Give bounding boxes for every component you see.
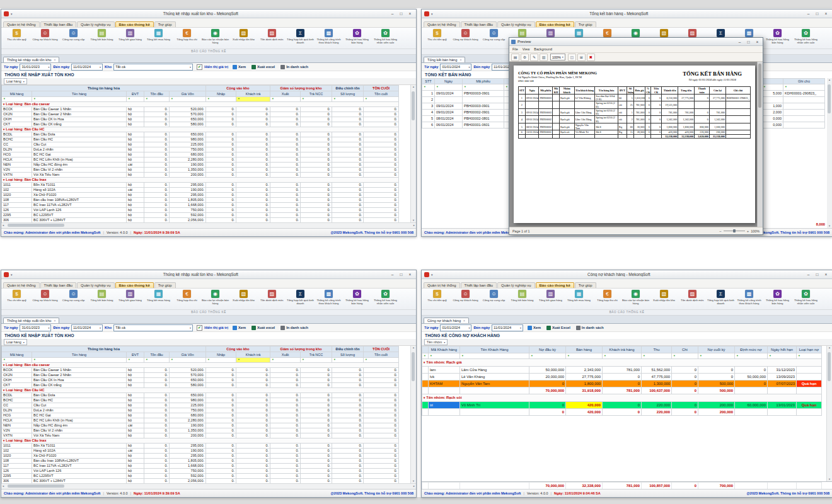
column-header[interactable]: Thành tiền [662, 87, 678, 94]
scroll-up-icon[interactable]: ▲ [828, 79, 831, 81]
column-header[interactable]: Trả NCC [301, 91, 332, 97]
column-filter[interactable]: ▼ [529, 353, 566, 359]
zoom-slider-knob[interactable] [733, 229, 736, 232]
toolbar-button[interactable]: ☺Công nợ khách hàng [31, 28, 59, 46]
column-filter[interactable]: ▼ [144, 97, 170, 102]
toolbar-button[interactable]: ☺Công nợ cung cấp [480, 289, 508, 307]
column-header[interactable]: Tên Khách Hàng [460, 346, 529, 353]
show-value-checkbox[interactable]: ✔ [197, 64, 202, 70]
menu-tab-5[interactable]: Trợ giúp [154, 282, 176, 288]
scrollbar-thumb[interactable] [828, 352, 831, 381]
expander-icon[interactable]: ▾ [424, 361, 425, 364]
column-header[interactable]: Loại hạn nợ [797, 346, 822, 353]
horizontal-scrollbar[interactable]: ◄► [1, 483, 416, 489]
column-header[interactable]: Ghi chú [783, 79, 825, 84]
view-button[interactable]: Xem [231, 326, 247, 330]
maximize-button[interactable]: □ [814, 10, 821, 17]
table-row[interactable]: NĐNNắp Cầu HC đóng êmcái0.190,000.0.0.0.… [2, 423, 399, 428]
column-header[interactable] [762, 79, 783, 84]
menu-tab-5[interactable]: Trợ giúp [575, 282, 596, 288]
column-header[interactable]: Nhập [206, 352, 236, 358]
toolbar-button[interactable]: ▨Tồn dưới định mức [678, 289, 707, 307]
column-header[interactable]: ĐVT [618, 87, 627, 94]
scroll-down-icon[interactable]: ▼ [412, 480, 415, 483]
column-filter[interactable]: ▼ [270, 358, 301, 363]
toolbar-button[interactable]: $Thu chi tiền quỹ [423, 28, 451, 46]
column-filter[interactable]: ▼ [797, 353, 822, 359]
table-row[interactable] [762, 97, 825, 103]
quick-access-arrow-icon[interactable]: ▾ [431, 273, 433, 277]
table-row[interactable]: HCGBC HC Gạtbộ0.680,000.0.0.0.0.0.0. [2, 152, 399, 158]
column-filter[interactable]: ▼ [236, 358, 270, 363]
table-row[interactable]: CCCầu Cụtbộ0.225,000.0.0.0.0.0.0. [2, 142, 399, 147]
preview-tool-button[interactable]: ▤ [511, 54, 519, 61]
column-header[interactable]: Giá Vốn [170, 91, 206, 97]
column-header[interactable]: Bán hàng [566, 346, 603, 353]
table-row[interactable]: BCHCBàn Cầu HCbộ0.980,000.0.0.0.0.0.0. [2, 137, 399, 142]
horizontal-scrollbar[interactable]: ◄► [1, 222, 416, 228]
table-row[interactable]: CK2NBàn Cầu Caesar 2 Nhấnbộ0.570,000.0.0… [2, 373, 399, 378]
titlebar[interactable]: ▾ Công nợ khách hàng - MekongSoft – □ × [422, 270, 832, 279]
scrollbar-thumb[interactable] [412, 352, 415, 381]
toolbar-button[interactable]: €Tổng hợp thu chi [173, 28, 201, 46]
table-row[interactable]: 117BC Inax 117VA +L282VTbộ0.1,668,000.0.… [2, 464, 399, 469]
column-header[interactable]: Định mức nợ [735, 346, 768, 353]
menu-tab-2[interactable]: Thiết lập ban đầu [461, 282, 497, 288]
toolbar-button[interactable]: $Thu chi tiền quỹ [423, 289, 451, 307]
vertical-scrollbar[interactable]: ▲▼ [826, 346, 832, 481]
table-row[interactable]: 2Spring int 0216 (2 lỗ)cái25781,0000019,… [519, 101, 751, 109]
table-row[interactable]: CKIHBàn Cầu CK In Hoabộ0.650,000.0.0.0.0… [2, 117, 399, 122]
toolbar-button[interactable]: ◉Báo cáo lợi nhuận bán hàng [201, 28, 229, 46]
table-row[interactable]: 126Vòi LAP Lạnh 126bộ0.750,000.0.0.0.0.0… [2, 469, 399, 474]
column-filter[interactable]: ▼ [236, 97, 270, 102]
toolbar-button[interactable]: €Tổng hợp thu chi [593, 289, 621, 307]
table-row[interactable]: V2NBàn Cầu Vi 2 nhấnbộ0.1,350,000.0.0.0.… [2, 428, 399, 433]
column-filter[interactable]: ▼ [2, 97, 32, 102]
view-button[interactable]: Xem [526, 326, 542, 330]
from-date-input[interactable]: 31/01/2023▾ [20, 324, 51, 331]
column-header[interactable]: Xuất [270, 352, 301, 358]
document-tab[interactable]: Công nợ khách hàng × [424, 318, 469, 323]
column-filter[interactable]: ▼ [127, 358, 144, 363]
menu-tab-4[interactable]: Báo cáo thống kê [115, 21, 154, 27]
toolbar-button[interactable]: ▧Xuất nhập tồn kho [650, 289, 678, 307]
column-header[interactable]: Tồn cuối [364, 352, 399, 358]
toolbar-button[interactable]: ✿Thống kê hoa hồng nhân viên sale [792, 289, 820, 307]
view-button[interactable]: Xem [231, 65, 247, 69]
column-filter[interactable]: ▼ [762, 84, 783, 91]
to-date-input[interactable]: 11/01/2024▾ [492, 324, 523, 331]
show-value-checkbox[interactable]: ✔ [197, 325, 202, 331]
preview-tool-button[interactable]: ⊞ [577, 54, 586, 61]
tab-close-icon[interactable]: × [463, 319, 465, 323]
column-filter[interactable]: ▼ [463, 84, 504, 91]
print-button[interactable]: In danh sách [575, 326, 605, 330]
table-row[interactable]: CKIHBàn Cầu CK In Hoabộ0.650,000.0.0.0.0… [2, 378, 399, 383]
column-header[interactable] [422, 346, 429, 353]
warehouse-select[interactable]: Tất cả▾ [113, 64, 193, 71]
table-row[interactable]: HCLKBC HC Liền Khối (in Hoa)bộ0.2,280,00… [2, 418, 399, 423]
preview-tool-button[interactable]: ✖ [587, 54, 595, 61]
scrollbar-thumb[interactable] [828, 84, 831, 113]
table-row[interactable]: BCCKBàn Cầu Caesar 1 Nhấnbộ0.520,000.0.0… [2, 107, 399, 112]
minimize-button[interactable]: – [805, 271, 812, 278]
column-header[interactable]: Ngày [525, 87, 539, 94]
expander-icon[interactable]: ▾ [3, 103, 4, 106]
menu-tab-1[interactable]: Quản trị hệ thống [3, 282, 40, 288]
table-row[interactable]: 108Bàn cầu Inax 108VA+L280VTbộ0.1,805,00… [2, 459, 399, 464]
table-row[interactable]: 108Bàn cầu Inax 108VA+L280VTbộ0.1,805,00… [2, 198, 399, 203]
column-header[interactable]: Nhập [206, 91, 236, 97]
scroll-right-icon[interactable]: ► [413, 485, 415, 488]
table-row[interactable]: ▾Loại hàng: Bàn cầu caesar [2, 102, 399, 107]
toolbar-button[interactable]: ▥Tổng kết giao hàng [116, 28, 144, 46]
scroll-left-icon[interactable]: ◄ [2, 224, 4, 227]
table-row[interactable]: 32,338,00032,338,0001,020,00031,318,000 [519, 134, 751, 138]
expander-icon[interactable]: ▾ [3, 178, 4, 181]
table-row[interactable]: 0420,0000220,0000200,000 [422, 409, 822, 416]
column-filter[interactable]: ▼ [429, 353, 460, 359]
table-row[interactable]: 306BC 306VT + L284VTbộ0.2,056,000.0.0.0.… [2, 218, 399, 223]
document-tab[interactable]: Thống kê nhập xuất tồn kho × [3, 57, 59, 62]
column-header[interactable]: Tồn đầu [144, 352, 170, 358]
column-header[interactable]: Đơn giá [633, 87, 645, 94]
column-filter[interactable]: ▼ [332, 97, 364, 102]
toolbar-button[interactable]: ☺Công nợ khách hàng [451, 289, 480, 307]
